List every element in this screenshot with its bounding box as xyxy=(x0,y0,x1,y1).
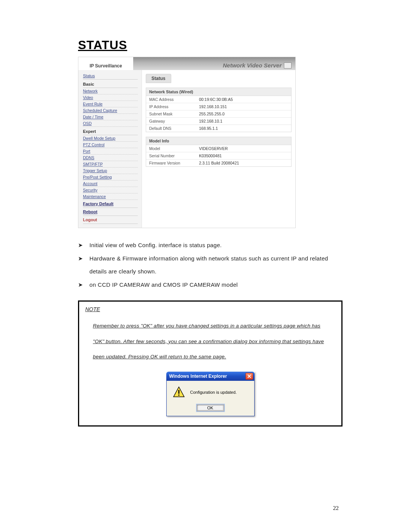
row-serial: Serial Number K035000481 xyxy=(146,152,291,160)
dialog-wrap: Windows Internet Explorer xyxy=(85,372,335,416)
config-ui-screenshot: IP Surveillance Network Video Server Sta… xyxy=(78,57,296,228)
main-tab-status[interactable]: Status xyxy=(146,74,171,83)
nav-smtp-ftp[interactable]: SMTP/FTP xyxy=(83,161,138,168)
val-ip: 192.168.10.151 xyxy=(196,103,291,110)
panel-network-status: Network Status (Wired) MAC Address 00:19… xyxy=(146,88,292,132)
nav-ptz-control[interactable]: PTZ Control xyxy=(83,142,138,148)
nav-section-basic: Basic xyxy=(83,80,138,88)
brand-title: Network Video Server xyxy=(223,62,292,69)
note-title: NOTE xyxy=(85,306,335,312)
val-model: VIDEOSERVER xyxy=(196,145,291,152)
bullet-item: ➤ on CCD IP CAMERAW and CMOS IP CAMERAW … xyxy=(78,278,342,292)
ie-titlebar: Windows Internet Explorer xyxy=(166,372,255,381)
row-dns: Default DNS 168.95.1.1 xyxy=(146,125,291,132)
key-mac: MAC Address xyxy=(146,96,196,103)
key-model: Model xyxy=(146,145,196,152)
key-serial: Serial Number xyxy=(146,152,196,159)
row-firmware: Firmware Version 2.3.11 Build 20080421 xyxy=(146,160,291,166)
sidebar-title: IP Surveillance xyxy=(78,57,133,70)
document-page: STATUS IP Surveillance Network Video Ser… xyxy=(0,0,411,532)
nav-scheduled-capture[interactable]: Scheduled Capture xyxy=(83,107,138,114)
dialog-button-row: OK xyxy=(170,404,250,411)
bullet-list: ➤ Initial view of web Config. interface … xyxy=(78,239,342,291)
nav-status[interactable]: Status xyxy=(83,72,138,80)
banner: Network Video Server xyxy=(133,57,295,70)
ui-body: Status Basic Network Video Event Rule Sc… xyxy=(78,70,295,228)
nav-section-expert: Expert xyxy=(83,127,138,135)
row-mac: MAC Address 00:19:6C:30:0B:A5 xyxy=(146,96,291,103)
panel-model-info: Model Info Model VIDEOSERVER Serial Numb… xyxy=(146,137,292,167)
bullet-text: Initial view of web Config. interface is… xyxy=(89,239,222,252)
row-subnet: Subnet Mask 255.255.255.0 xyxy=(146,110,291,118)
row-gateway: Gateway 192.168.10.1 xyxy=(146,118,291,125)
nav-factory-default[interactable]: Factory Default xyxy=(83,200,138,208)
dialog-body: Configuration is updated. OK xyxy=(166,381,255,416)
val-serial: K035000481 xyxy=(196,152,291,159)
key-ip: IP Address xyxy=(146,103,196,110)
close-icon xyxy=(247,374,251,378)
nav-event-rule[interactable]: Event Rule xyxy=(83,101,138,107)
brand-text: Network Video Server xyxy=(223,62,282,69)
panel-title: Network Status (Wired) xyxy=(146,88,291,96)
nav-osd[interactable]: OSD xyxy=(83,120,138,127)
nav-port[interactable]: Port xyxy=(83,148,138,155)
nav-reboot[interactable]: Reboot xyxy=(83,208,138,216)
nav-account[interactable]: Account xyxy=(83,181,138,187)
bullet-item: ➤ Initial view of web Config. interface … xyxy=(78,239,342,252)
dialog-message-row: Configuration is updated. xyxy=(170,386,250,398)
key-dns: Default DNS xyxy=(146,125,196,132)
bullet-text: Hardware & Firmware information along wi… xyxy=(89,252,342,278)
panel-title: Model Info xyxy=(146,137,291,145)
row-model: Model VIDEOSERVER xyxy=(146,145,291,152)
dialog-title: Windows Internet Explorer xyxy=(169,374,245,379)
bullet-glyph-icon: ➤ xyxy=(78,252,85,278)
nav-ddns[interactable]: DDNS xyxy=(83,155,138,161)
nav-trigger-setup[interactable]: Trigger Setup xyxy=(83,168,138,174)
nav-video[interactable]: Video xyxy=(83,94,138,101)
main-panel: Status Network Status (Wired) MAC Addres… xyxy=(142,70,295,228)
nav-date-time[interactable]: Date / Time xyxy=(83,114,138,120)
page-heading: STATUS xyxy=(78,38,342,52)
note-body: Remember to press "OK" after you have ch… xyxy=(85,318,335,365)
nav-dwell-mode[interactable]: Dwell Mode Setup xyxy=(83,135,138,142)
key-subnet: Subnet Mask xyxy=(146,110,196,117)
row-ip: IP Address 192.168.10.151 xyxy=(146,103,291,110)
sidebar-nav: Status Basic Network Video Event Rule Sc… xyxy=(78,70,142,228)
bullet-glyph-icon: ➤ xyxy=(78,239,85,252)
ie-dialog: Windows Internet Explorer xyxy=(166,372,255,416)
key-firmware: Firmware Version xyxy=(146,160,196,166)
note-box: NOTE Remember to press "OK" after you ha… xyxy=(78,300,342,427)
nav-pre-post[interactable]: Pre/Post Setting xyxy=(83,174,138,181)
close-button[interactable] xyxy=(245,373,253,380)
nav-maintenance[interactable]: Maintenance xyxy=(83,193,138,200)
nav-network[interactable]: Network xyxy=(83,88,138,94)
nav-logout[interactable]: Logout xyxy=(83,216,138,224)
val-subnet: 255.255.255.0 xyxy=(196,110,291,117)
camera-icon xyxy=(284,62,292,69)
bullet-text: on CCD IP CAMERAW and CMOS IP CAMERAW mo… xyxy=(89,278,238,292)
key-gateway: Gateway xyxy=(146,118,196,125)
val-dns: 168.95.1.1 xyxy=(196,125,291,132)
val-mac: 00:19:6C:30:0B:A5 xyxy=(196,96,291,103)
val-gateway: 192.168.10.1 xyxy=(196,118,291,125)
nav-security[interactable]: Security xyxy=(83,187,138,193)
warning-icon xyxy=(173,386,185,398)
svg-rect-1 xyxy=(178,390,179,394)
val-firmware: 2.3.11 Build 20080421 xyxy=(196,160,291,166)
dialog-message: Configuration is updated. xyxy=(190,390,237,395)
ok-button[interactable]: OK xyxy=(197,404,224,411)
page-number: 22 xyxy=(333,505,339,511)
bullet-glyph-icon: ➤ xyxy=(78,278,85,292)
bullet-item: ➤ Hardware & Firmware information along … xyxy=(78,252,342,278)
ui-header: IP Surveillance Network Video Server xyxy=(78,57,295,70)
svg-rect-2 xyxy=(178,395,179,396)
